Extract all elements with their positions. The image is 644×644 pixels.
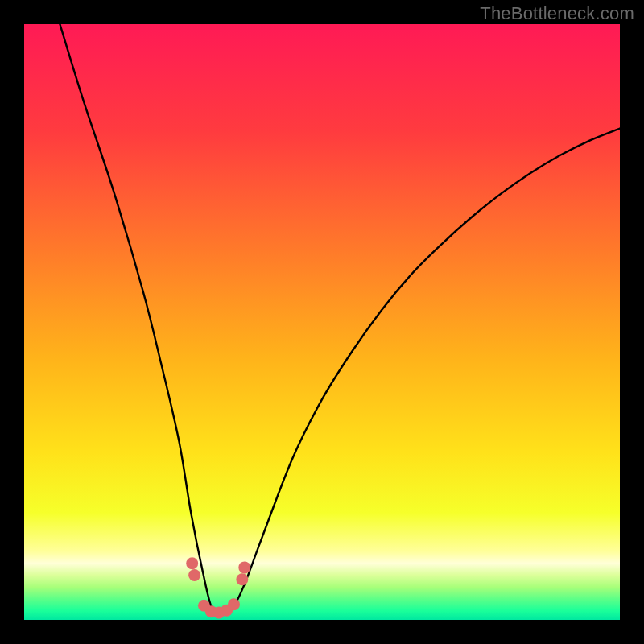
bottleneck-curve (60, 24, 620, 614)
marker-point (238, 561, 250, 573)
highlight-markers (186, 557, 250, 618)
outer-frame: TheBottleneck.com (0, 0, 644, 644)
plot-area (24, 24, 620, 620)
watermark-text: TheBottleneck.com (480, 3, 634, 24)
marker-point (228, 598, 240, 610)
chart-svg (24, 24, 620, 620)
marker-point (236, 573, 248, 585)
marker-point (188, 569, 200, 581)
marker-point (186, 557, 198, 569)
